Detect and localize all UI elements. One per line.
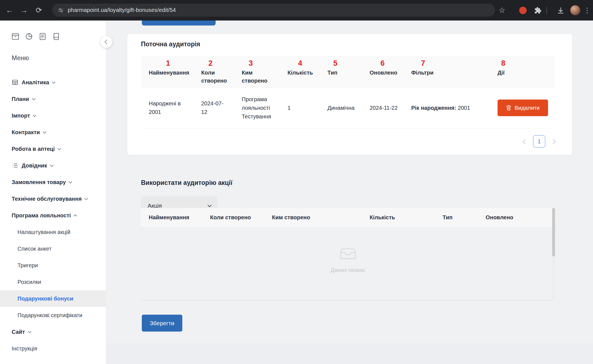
sidebar-subitem-questionnaires[interactable]: Список анкет (0, 240, 106, 257)
site-info-icon[interactable] (58, 7, 64, 13)
sidebar-item-instruction[interactable]: Інструкція (0, 340, 106, 357)
sidebar-item-maintenance[interactable]: Технічне обслуговування (0, 190, 106, 207)
browser-toolbar: ← → ⟳ pharmapoint.ua/loyalty/gift-bonuse… (0, 0, 593, 21)
page-prev-icon[interactable] (523, 139, 528, 144)
empty-inbox-icon (338, 245, 358, 261)
empty-state-text: Даних немає (141, 267, 555, 273)
reload-icon[interactable]: ⟳ (32, 0, 46, 21)
promo-audience-table: Найменування Коли створено Ким створено … (141, 208, 555, 301)
filter-value: 2001 (458, 105, 470, 111)
column-header-created-by: 3 Ким створено (234, 56, 280, 87)
browser-window: ← → ⟳ pharmapoint.ua/loyalty/gift-bonuse… (0, 0, 593, 364)
annotation-6: 6 (380, 59, 403, 68)
chrome-menu-icon[interactable]: ⋮ (582, 0, 592, 21)
document-icon[interactable] (38, 32, 47, 41)
current-audience-table: 1 Найменування 2 Коли створено 3 Ким ств… (141, 56, 555, 128)
profile-avatar[interactable] (570, 5, 580, 15)
annotation-1: 1 (166, 59, 193, 68)
chevron-down-icon (85, 197, 88, 200)
current-audience-card: Поточна аудиторія 1 Найменування 2 Коли … (127, 34, 572, 155)
use-audience-title: Використати аудиторію акції (141, 179, 232, 187)
chevron-down-icon (208, 203, 211, 207)
downloads-icon[interactable] (557, 6, 565, 14)
annotation-5: 5 (333, 59, 362, 68)
sidebar-item-pharmacy-work[interactable]: Робота в аптеці (0, 141, 106, 157)
chevron-down-icon (28, 330, 31, 333)
forward-icon[interactable]: → (17, 0, 31, 21)
annotation-8: 8 (501, 59, 555, 68)
bookmark-star-icon[interactable]: ☆ (496, 0, 508, 21)
sidebar-item-contracts[interactable]: Контракти (0, 124, 106, 141)
cell-count: 1 (280, 104, 320, 112)
cell-actions: Видалити (490, 100, 555, 116)
column-header-filters: 7 Фільтри (403, 56, 490, 87)
sidebar-item-directory[interactable]: Довідник (0, 157, 106, 174)
sidebar-subitem-gift-certificates[interactable]: Подарункові сертифікати (0, 307, 106, 324)
sidebar-nav: Аналітика Плани Імпорт Контракти Робота … (0, 74, 106, 357)
sidebar-quick-icons (11, 32, 60, 41)
column-header-type: Тип (435, 214, 478, 221)
chevron-left-icon (105, 40, 109, 44)
annotation-7: 7 (421, 59, 490, 68)
column-header-created-date: Коли створено (202, 214, 264, 221)
list-icon (12, 162, 18, 169)
column-header-type: 5 Тип (320, 56, 362, 87)
sidebar-item-plans[interactable]: Плани (0, 91, 106, 107)
menu-title: Меню (12, 54, 29, 62)
chevron-down-icon (69, 180, 72, 184)
adblock-extension-icon[interactable] (519, 7, 527, 14)
cell-name: Народжені в 2001 (141, 99, 193, 116)
sidebar-item-loyalty-program[interactable]: Програма лояльності (0, 207, 106, 224)
pagination: 1 (523, 135, 555, 147)
back-icon[interactable]: ← (3, 0, 16, 21)
chevron-down-icon (58, 147, 61, 150)
empty-state: Даних немає (141, 245, 555, 273)
sidebar-subitem-promo-settings[interactable]: Налаштування акцій (0, 224, 106, 240)
chevron-up-icon (74, 214, 77, 218)
current-audience-title: Поточна аудиторія (141, 40, 200, 48)
cell-created-date: 2024-07-12 (193, 99, 234, 116)
chevron-down-icon (50, 163, 54, 167)
annotation-3: 3 (249, 59, 280, 68)
sidebar-subitem-gift-bonuses[interactable]: Подарункові бонуси (0, 290, 106, 307)
page-number-button[interactable]: 1 (533, 135, 545, 147)
column-header-count: 4 Кількість (280, 56, 320, 87)
chevron-down-icon (32, 97, 36, 100)
column-header-created-by: Ким створено (264, 214, 362, 221)
save-button[interactable]: Зберегти (142, 315, 182, 332)
table-grid-icon (12, 79, 18, 86)
archive-box-icon[interactable] (11, 32, 20, 41)
chevron-down-icon (33, 113, 37, 117)
sidebar: Меню Аналітика Плани Імпорт Контракти (0, 21, 106, 364)
sidebar-subitem-mailings[interactable]: Розсилки (0, 274, 106, 290)
table-header-row: Найменування Коли створено Ким створено … (141, 208, 555, 227)
sidebar-item-import[interactable]: Імпорт (0, 107, 106, 124)
sidebar-collapse-button[interactable] (100, 36, 112, 48)
page-next-icon[interactable] (551, 139, 556, 144)
column-header-name: Найменування (141, 214, 202, 221)
column-header-actions: 8 Дії (490, 56, 555, 87)
sidebar-item-analytics[interactable]: Аналітика (0, 74, 106, 91)
column-header-name: 1 Найменування (141, 56, 193, 87)
trash-icon (506, 105, 511, 111)
cell-filters: Рік народження: 2001 (403, 104, 490, 112)
extensions-puzzle-icon[interactable] (534, 7, 542, 14)
url-text: pharmapoint.ua/loyalty/gift-bonuses/edit… (68, 7, 176, 13)
sidebar-item-goods-orders[interactable]: Замовлення товару (0, 174, 106, 190)
scrolled-out-button[interactable] (142, 21, 216, 26)
address-bar[interactable]: pharmapoint.ua/loyalty/gift-bonuses/edit… (52, 4, 495, 17)
pie-chart-icon[interactable] (25, 32, 33, 41)
column-header-count: Кількість (362, 214, 435, 221)
chevron-down-icon (52, 80, 55, 84)
book-icon[interactable] (52, 32, 60, 41)
cell-created-by: Програма лояльності Тестування (234, 95, 280, 121)
main-content: Поточна аудиторія 1 Найменування 2 Коли … (107, 21, 593, 343)
table-row: Народжені в 2001 2024-07-12 Програма лоя… (141, 88, 555, 128)
column-header-updated: 6 Оновлено (362, 56, 403, 87)
table-header-row: 1 Найменування 2 Коли створено 3 Ким ств… (141, 56, 555, 88)
sidebar-item-site[interactable]: Сайт (0, 324, 106, 340)
sidebar-subitem-triggers[interactable]: Тригери (0, 257, 106, 274)
cell-updated: 2024-11-22 (362, 104, 403, 112)
filter-label: Рік народження: (411, 105, 456, 111)
delete-button[interactable]: Видалити (498, 100, 548, 116)
